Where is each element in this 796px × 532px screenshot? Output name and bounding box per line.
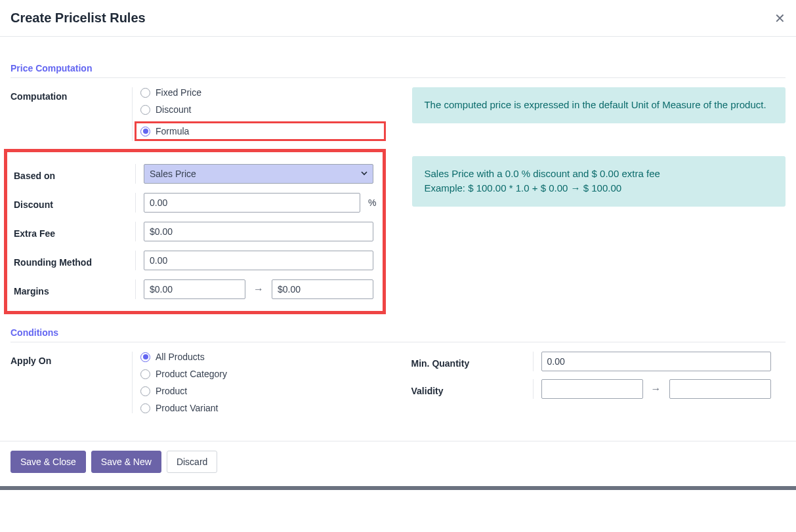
discount-suffix: % (368, 197, 376, 208)
radio-label: Discount (156, 104, 191, 115)
save-close-button[interactable]: Save & Close (10, 451, 86, 473)
radio-all-products[interactable]: All Products (140, 352, 385, 362)
computation-label: Computation (10, 87, 132, 102)
min-qty-label: Min. Quantity (411, 354, 533, 369)
radio-label: Fixed Price (156, 87, 201, 98)
radio-icon (140, 127, 150, 136)
margins-row: Margins → (14, 279, 376, 299)
margins-label: Margins (14, 282, 135, 297)
based-on-select[interactable]: Sales Price (144, 164, 373, 184)
radio-label: Product Category (156, 369, 227, 379)
based-on-label: Based on (14, 167, 135, 181)
apply-on-label: Apply On (10, 352, 132, 366)
modal-title: Create Pricelist Rules (10, 10, 146, 26)
validity-to-input[interactable] (669, 379, 771, 399)
validity-row: Validity → (411, 379, 786, 399)
highlight-formula: Formula (135, 121, 386, 141)
section-conditions: Conditions (10, 327, 786, 342)
computation-radios: Fixed Price Discount Formula (132, 87, 386, 141)
modal-footer: Save & Close Save & New Discard (0, 441, 796, 486)
radio-product[interactable]: Product (140, 386, 385, 396)
radio-icon (140, 369, 150, 379)
margin-min-input[interactable] (144, 279, 245, 299)
margin-max-input[interactable] (272, 279, 373, 299)
highlight-formula-settings: Based on Sales Price (4, 149, 386, 314)
radio-label: Product (156, 386, 187, 396)
info-example-line1: Sales Price with a 0.0 % discount and $ … (424, 167, 774, 182)
radio-label: Product Variant (156, 403, 218, 413)
modal-header: Create Pricelist Rules ✕ (0, 0, 796, 37)
discount-row: Discount % (14, 193, 376, 213)
based-on-row: Based on Sales Price (14, 164, 376, 184)
radio-label: All Products (156, 352, 205, 362)
apply-on-control: All Products Product Category Product (132, 352, 385, 413)
conditions-right: Min. Quantity Validity → (411, 352, 786, 421)
info-example: Sales Price with a 0.0 % discount and $ … (412, 156, 786, 207)
computation-area: Computation Fixed Price Discount (10, 87, 786, 314)
computation-row: Computation Fixed Price Discount (10, 87, 386, 141)
discount-input[interactable] (144, 193, 360, 213)
rounding-row: Rounding Method (14, 251, 376, 270)
extra-fee-input[interactable] (144, 222, 373, 241)
modal-body: Price Computation Computation Fixed Pric… (0, 37, 796, 441)
conditions-left: Apply On All Products Product Category (10, 352, 385, 421)
apply-on-radio-group: All Products Product Category Product (140, 352, 385, 413)
rounding-control (135, 251, 376, 270)
min-qty-input[interactable] (541, 352, 771, 371)
extra-fee-label: Extra Fee (14, 224, 135, 239)
formula-settings: Based on Sales Price (14, 164, 376, 299)
info-uom: The computed price is expressed in the d… (412, 87, 786, 123)
info-example-line2: Example: $ 100.00 * 1.0 + $ 0.00 → $ 100… (424, 181, 774, 196)
rounding-label: Rounding Method (14, 253, 135, 268)
radio-icon (140, 88, 150, 98)
bottom-scrollbar (0, 486, 796, 490)
radio-product-variant[interactable]: Product Variant (140, 403, 385, 413)
info-uom-text: The computed price is expressed in the d… (424, 99, 766, 110)
radio-icon (140, 403, 150, 413)
discount-label: Discount (14, 195, 135, 210)
extra-fee-row: Extra Fee (14, 222, 376, 241)
close-button[interactable]: ✕ (774, 12, 786, 25)
min-qty-row: Min. Quantity (411, 352, 786, 371)
arrow-right-icon: → (651, 383, 661, 395)
conditions-area: Apply On All Products Product Category (10, 352, 786, 421)
radio-product-category[interactable]: Product Category (140, 369, 385, 379)
radio-discount[interactable]: Discount (140, 104, 386, 115)
extra-fee-control (135, 222, 376, 241)
section-price-computation: Price Computation (10, 63, 786, 78)
radio-formula[interactable]: Formula (140, 126, 377, 136)
radio-icon (140, 386, 150, 396)
save-new-button[interactable]: Save & New (91, 451, 161, 473)
radio-icon (140, 352, 150, 362)
computation-radio-group: Fixed Price Discount Formula (140, 87, 386, 141)
computation-right-col: The computed price is expressed in the d… (412, 87, 786, 314)
radio-icon (140, 105, 150, 115)
rounding-input[interactable] (144, 251, 373, 270)
based-on-select-wrap: Sales Price (144, 164, 373, 184)
min-qty-control (533, 352, 786, 371)
apply-on-row: Apply On All Products Product Category (10, 352, 385, 413)
radio-fixed-price[interactable]: Fixed Price (140, 87, 386, 98)
computation-left-col: Computation Fixed Price Discount (10, 87, 386, 314)
validity-label: Validity (411, 382, 533, 396)
discount-control: % (135, 193, 376, 213)
discard-button[interactable]: Discard (167, 451, 217, 473)
validity-control: → (533, 379, 786, 399)
based-on-control: Sales Price (135, 164, 376, 184)
validity-from-input[interactable] (541, 379, 643, 399)
margins-control: → (135, 279, 376, 299)
modal-create-pricelist-rules: Create Pricelist Rules ✕ Price Computati… (0, 0, 796, 490)
arrow-right-icon: → (253, 283, 264, 295)
radio-label: Formula (156, 126, 189, 136)
